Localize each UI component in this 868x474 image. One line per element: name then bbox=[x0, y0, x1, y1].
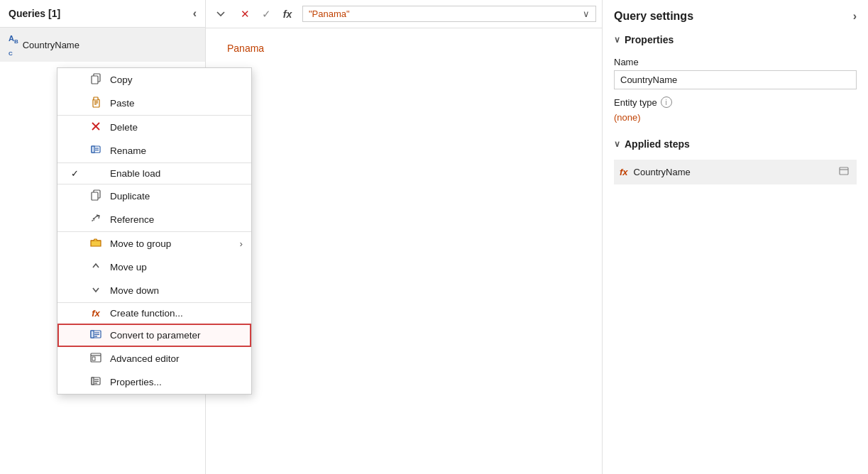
formula-cancel-button[interactable]: ✕ bbox=[236, 5, 254, 23]
svg-rect-28 bbox=[840, 167, 848, 175]
query-settings-title: Query settings bbox=[614, 10, 693, 23]
svg-rect-16 bbox=[91, 331, 94, 338]
formula-fx-button[interactable]: fx bbox=[278, 5, 297, 23]
convert-to-parameter-icon bbox=[89, 329, 103, 342]
check-enable-load: ✓ bbox=[67, 168, 82, 179]
menu-item-move-up[interactable]: Move up bbox=[57, 255, 251, 279]
svg-rect-22 bbox=[92, 357, 95, 360]
collapse-panel-icon[interactable]: ‹ bbox=[193, 7, 197, 20]
reference-icon bbox=[89, 213, 103, 226]
query-item-label: CountryName bbox=[23, 40, 79, 50]
move-to-group-arrow-icon: › bbox=[240, 238, 243, 249]
move-down-label: Move down bbox=[110, 285, 159, 296]
applied-steps-section-toggle[interactable]: ∨ Applied steps bbox=[603, 133, 868, 155]
query-type-icon: ABC bbox=[9, 33, 18, 57]
move-up-icon bbox=[89, 260, 103, 274]
folder-icon bbox=[89, 237, 103, 250]
convert-to-parameter-label: Convert to parameter bbox=[110, 330, 201, 341]
formula-bar-buttons: ✕ ✓ fx bbox=[236, 5, 297, 23]
menu-item-move-to-group[interactable]: Move to group › bbox=[57, 231, 251, 255]
properties-section: Name Entity type i (none) bbox=[603, 51, 868, 133]
menu-item-paste[interactable]: Paste bbox=[57, 92, 251, 115]
paste-label: Paste bbox=[110, 98, 135, 109]
step-actions bbox=[837, 164, 851, 180]
delete-label: Delete bbox=[110, 122, 138, 133]
properties-label: Properties... bbox=[110, 377, 162, 387]
step-name: CountryName bbox=[634, 167, 691, 177]
queries-header: Queries [1] ‹ bbox=[0, 0, 205, 28]
entity-type-row: Entity type i bbox=[614, 97, 857, 108]
name-field-label: Name bbox=[614, 57, 857, 67]
applied-steps-section: fx CountryName bbox=[603, 155, 868, 184]
applied-steps-chevron-icon: ∨ bbox=[614, 139, 620, 149]
paste-icon bbox=[89, 97, 103, 110]
reference-label: Reference bbox=[110, 214, 154, 225]
delete-icon bbox=[89, 121, 103, 134]
enable-load-label: Enable load bbox=[110, 168, 160, 179]
entity-type-value: (none) bbox=[614, 111, 857, 124]
step-item-left: fx CountryName bbox=[620, 167, 691, 177]
right-panel: Query settings › ∨ Properties Name Entit… bbox=[602, 0, 868, 474]
advanced-editor-icon bbox=[89, 352, 103, 365]
move-up-label: Move up bbox=[110, 262, 147, 272]
svg-rect-24 bbox=[92, 377, 94, 385]
name-field-input[interactable] bbox=[614, 70, 857, 89]
rename-icon bbox=[89, 144, 103, 158]
properties-section-toggle[interactable]: ∨ Properties bbox=[603, 28, 868, 51]
menu-item-advanced-editor[interactable]: Advanced editor bbox=[57, 347, 251, 370]
step-item-countryname: fx CountryName bbox=[614, 160, 857, 184]
duplicate-icon bbox=[89, 189, 103, 203]
entity-type-info-icon[interactable]: i bbox=[661, 97, 672, 108]
fx-create-icon: fx bbox=[89, 308, 103, 319]
entity-type-label: Entity type bbox=[614, 97, 657, 108]
canvas-value: Panama bbox=[227, 43, 264, 54]
expand-formula-bar-button[interactable] bbox=[211, 5, 230, 23]
step-settings-icon[interactable] bbox=[837, 164, 851, 180]
svg-rect-3 bbox=[94, 97, 98, 100]
menu-item-enable-load[interactable]: ✓ Enable load bbox=[57, 162, 251, 184]
copy-label: Copy bbox=[110, 75, 133, 85]
menu-item-delete[interactable]: Delete bbox=[57, 115, 251, 139]
properties-icon bbox=[89, 375, 103, 389]
copy-icon bbox=[89, 73, 103, 87]
step-fx-icon: fx bbox=[620, 167, 628, 177]
formula-confirm-button[interactable]: ✓ bbox=[257, 5, 275, 23]
formula-input[interactable]: "Panama" ∨ bbox=[302, 6, 596, 22]
svg-rect-1 bbox=[92, 76, 98, 84]
svg-rect-10 bbox=[92, 146, 94, 153]
main-content: ✕ ✓ fx "Panama" ∨ Panama bbox=[206, 0, 602, 474]
context-menu: Copy Paste Delete Rename ✓ Enable load bbox=[57, 67, 252, 395]
menu-item-copy[interactable]: Copy bbox=[57, 68, 251, 92]
menu-item-properties[interactable]: Properties... bbox=[57, 370, 251, 394]
move-to-group-label: Move to group bbox=[110, 238, 171, 249]
formula-bar: ✕ ✓ fx "Panama" ∨ bbox=[206, 0, 602, 28]
menu-item-duplicate[interactable]: Duplicate bbox=[57, 184, 251, 208]
menu-item-convert-to-parameter[interactable]: Convert to parameter bbox=[57, 324, 251, 347]
query-settings-header: Query settings › bbox=[603, 0, 868, 28]
queries-title: Queries [1] bbox=[9, 8, 60, 19]
formula-dropdown-icon[interactable]: ∨ bbox=[583, 9, 590, 19]
canvas-area: Panama bbox=[206, 28, 602, 474]
applied-steps-label: Applied steps bbox=[625, 138, 690, 150]
menu-item-move-down[interactable]: Move down bbox=[57, 279, 251, 302]
menu-item-create-function[interactable]: fx Create function... bbox=[57, 302, 251, 324]
menu-item-rename[interactable]: Rename bbox=[57, 139, 251, 162]
svg-rect-14 bbox=[92, 192, 98, 200]
create-function-label: Create function... bbox=[110, 308, 183, 319]
move-down-icon bbox=[89, 284, 103, 297]
formula-value: "Panama" bbox=[309, 9, 350, 19]
advanced-editor-label: Advanced editor bbox=[110, 353, 180, 364]
properties-chevron-icon: ∨ bbox=[614, 35, 620, 45]
expand-right-panel-icon[interactable]: › bbox=[853, 10, 857, 23]
rename-label: Rename bbox=[110, 145, 146, 156]
duplicate-label: Duplicate bbox=[110, 191, 150, 202]
properties-section-label: Properties bbox=[625, 34, 674, 45]
steps-list: fx CountryName bbox=[614, 160, 857, 184]
menu-item-reference[interactable]: Reference bbox=[57, 208, 251, 231]
query-item-countryname[interactable]: ABC CountryName bbox=[0, 28, 205, 62]
